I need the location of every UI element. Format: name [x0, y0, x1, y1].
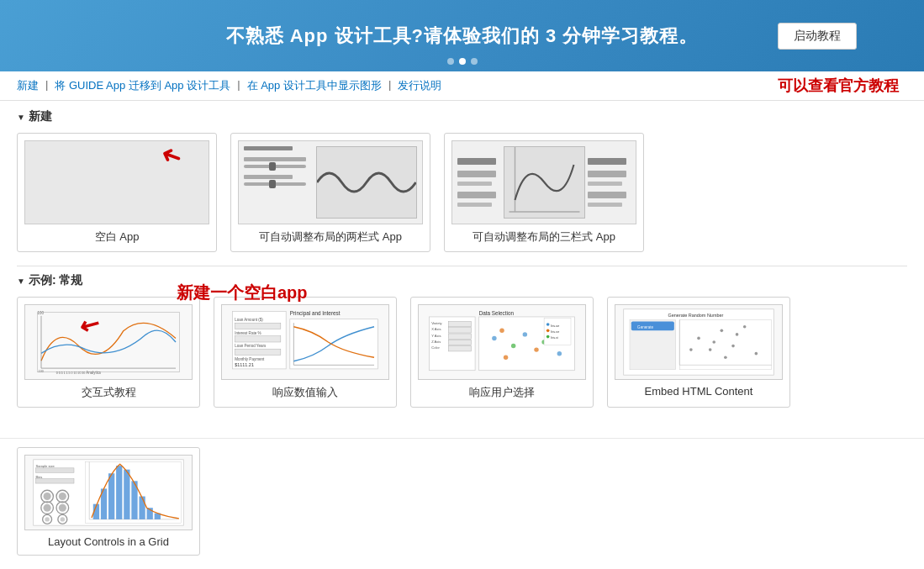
interactive-tutorial-thumb: Title 100 Analytics -100 0 10 20 30 0 0.…: [24, 304, 193, 380]
svg-rect-16: [235, 336, 281, 342]
svg-rect-95: [124, 470, 129, 519]
two-col-app-label: 可自动调整布局的两栏式 App: [238, 229, 423, 245]
examples-row2: Sample size Bins: [17, 447, 907, 556]
svg-text:0  10  20  30: 0 10 20 30: [71, 371, 86, 375]
layout-controls-thumb: Sample size Bins: [24, 455, 193, 530]
blank-app-label: 空白 App: [24, 229, 209, 245]
nav-show-graphics[interactable]: 在 App 设计工具中显示图形: [247, 78, 382, 93]
three-col-app-label: 可自动调整布局的三栏式 App: [451, 229, 636, 245]
svg-point-61: [721, 329, 724, 333]
svg-point-38: [499, 329, 504, 333]
banner-text: 不熟悉 App 设计工具?请体验我们的 3 分钟学习教程。: [226, 24, 699, 49]
svg-rect-21: [290, 319, 378, 369]
dot-3: [471, 58, 478, 65]
svg-text:Principal and Interest: Principal and Interest: [290, 310, 341, 317]
svg-text:Loan Amount ($): Loan Amount ($): [235, 318, 263, 322]
dot-1: [447, 58, 454, 65]
svg-text:Iris-vi: Iris-vi: [551, 336, 558, 340]
two-col-app-thumb: [238, 140, 423, 224]
interactive-tutorial-label: 交互式教程: [24, 385, 193, 400]
svg-point-66: [736, 333, 739, 336]
numeric-input-label: 响应数值输入: [221, 385, 389, 400]
svg-text:0  0.5  1  1.5: 0 0.5 1 1.5: [56, 371, 71, 375]
svg-text:100: 100: [38, 311, 45, 315]
bottom-section: Sample size Bins: [0, 438, 924, 569]
svg-point-43: [557, 351, 562, 356]
svg-text:Analytics: Analytics: [86, 371, 102, 375]
official-tutorial-annotation: 可以查看官方教程: [778, 76, 899, 96]
user-selection-thumb: Data Selection Variety X Axis Y Axis Z A…: [418, 304, 586, 380]
three-col-app-thumb: [451, 140, 636, 224]
layout-controls-label: Layout Controls in a Grid: [24, 535, 193, 548]
two-col-app-card[interactable]: 可自动调整布局的两栏式 App: [230, 133, 430, 252]
nav-guide-migrate[interactable]: 将 GUIDE App 迁移到 App 设计工具: [55, 78, 230, 93]
nav-quickstart[interactable]: 新建: [17, 78, 39, 93]
svg-point-60: [709, 348, 712, 351]
main-content: 新建 空白 App ➜: [0, 101, 924, 438]
svg-point-87: [61, 517, 65, 521]
embed-html-card[interactable]: Generate Random Number Generate: [607, 297, 790, 408]
svg-text:Interest Rate %: Interest Rate %: [235, 331, 261, 335]
svg-rect-93: [108, 473, 114, 519]
svg-text:Z Axis: Z Axis: [431, 340, 441, 344]
svg-text:Bins: Bins: [35, 475, 42, 479]
svg-text:-100: -100: [38, 370, 44, 373]
svg-rect-58: [679, 320, 771, 370]
blank-app-card[interactable]: 空白 App ➜: [17, 133, 217, 252]
svg-point-83: [59, 493, 66, 500]
svg-point-41: [534, 347, 538, 351]
svg-point-77: [44, 493, 51, 500]
svg-point-79: [44, 504, 51, 512]
three-col-app-card[interactable]: 可自动调整布局的三栏式 App: [444, 133, 644, 252]
section-divider-1: [17, 266, 907, 266]
interactive-tutorial-card[interactable]: Title 100 Analytics -100 0 10 20 30 0 0.…: [17, 297, 200, 408]
launch-tutorial-button[interactable]: 启动教程: [778, 23, 857, 50]
svg-point-40: [523, 332, 527, 336]
svg-point-63: [743, 325, 747, 329]
user-selection-label: 响应用户选择: [418, 385, 586, 400]
svg-rect-73: [35, 468, 74, 472]
blank-app-thumb: [24, 140, 209, 224]
numeric-input-thumb: Principal and Interest Loan Amount ($) I…: [221, 304, 389, 380]
nav-release-notes[interactable]: 发行说明: [398, 78, 441, 93]
examples-regular-header: 示例: 常规: [17, 273, 907, 288]
svg-text:Color: Color: [431, 345, 440, 350]
svg-text:Iris-ve: Iris-ve: [551, 330, 559, 334]
svg-point-59: [697, 337, 700, 340]
svg-text:Iris-se: Iris-se: [551, 324, 559, 328]
banner-dots: [447, 58, 478, 65]
numeric-input-card[interactable]: Principal and Interest Loan Amount ($) I…: [214, 297, 397, 408]
svg-point-85: [59, 504, 66, 512]
svg-text:Monthly Payment: Monthly Payment: [235, 357, 265, 361]
banner: 不熟悉 App 设计工具?请体验我们的 3 分钟学习教程。 启动教程: [0, 0, 924, 71]
svg-rect-33: [448, 334, 471, 339]
main-container: 不熟悉 App 设计工具?请体验我们的 3 分钟学习教程。 启动教程 可以查看官…: [0, 0, 924, 569]
svg-text:Loan Period Years: Loan Period Years: [235, 344, 267, 348]
svg-text:Data Selection: Data Selection: [479, 310, 515, 316]
svg-rect-34: [448, 340, 471, 345]
svg-text:Generate: Generate: [637, 325, 653, 329]
svg-rect-18: [235, 349, 281, 355]
svg-text:X Axis: X Axis: [431, 327, 441, 331]
svg-rect-35: [448, 346, 471, 351]
embed-html-label: Embed HTML Content: [615, 385, 783, 398]
svg-point-49: [546, 329, 550, 333]
embed-html-thumb: Generate Random Number Generate: [615, 304, 783, 380]
svg-text:Y Axis: Y Axis: [431, 334, 441, 338]
svg-point-64: [755, 352, 758, 356]
layout-controls-card[interactable]: Sample size Bins: [17, 447, 200, 556]
svg-point-44: [504, 355, 508, 359]
svg-point-65: [712, 340, 715, 344]
svg-rect-3: [38, 312, 180, 371]
user-selection-card[interactable]: Data Selection Variety X Axis Y Axis Z A…: [410, 297, 594, 408]
svg-rect-97: [139, 497, 145, 519]
svg-point-51: [546, 335, 550, 339]
svg-rect-31: [448, 321, 471, 326]
svg-rect-32: [448, 328, 471, 333]
svg-rect-14: [235, 323, 281, 329]
svg-point-67: [724, 356, 727, 359]
svg-rect-94: [116, 466, 122, 519]
svg-rect-75: [35, 479, 74, 483]
svg-point-37: [492, 336, 496, 340]
svg-text:$1111.21: $1111.21: [235, 362, 254, 367]
